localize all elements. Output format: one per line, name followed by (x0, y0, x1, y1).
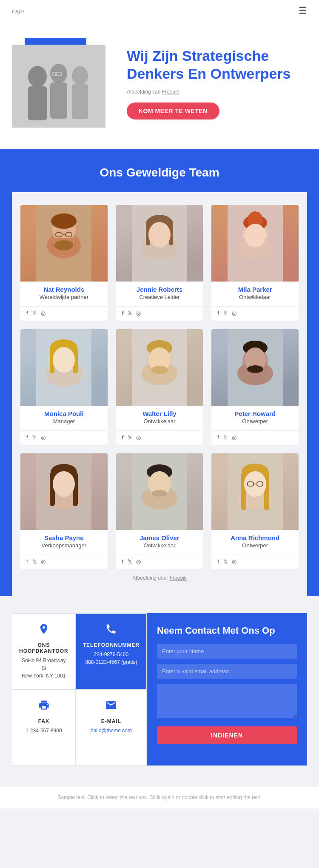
team-card: Peter Howard Ontwerper f 𝕏 ◎ (211, 329, 299, 445)
svg-point-52 (247, 365, 263, 373)
team-member-photo (20, 329, 108, 406)
team-member-name: James Oliver (122, 534, 197, 541)
facebook-icon[interactable]: f (122, 558, 124, 565)
team-member-info: Sasha Payne Verkoopsmanager (20, 530, 108, 555)
team-member-name: Mila Parker (217, 286, 293, 293)
instagram-icon[interactable]: ◎ (41, 434, 46, 441)
svg-point-59 (53, 471, 75, 497)
hero-photo (12, 45, 105, 128)
svg-point-65 (152, 490, 167, 497)
svg-rect-6 (72, 84, 88, 119)
team-member-role: Ontwikkelaar (122, 418, 197, 424)
team-member-role: Creatieve Leider (122, 294, 197, 300)
svg-point-46 (151, 366, 168, 374)
team-member-info: Walter Lilly Ontwikkelaar (116, 406, 203, 430)
hamburger-menu-icon[interactable]: ☰ (299, 5, 307, 16)
office-address: SoHo 94 Broadway StNew York, NY 1001 (19, 657, 68, 680)
team-member-role: Wereldwijde partner (26, 294, 102, 300)
facebook-icon[interactable]: f (217, 434, 219, 441)
footer: Sample text. Click to select the text bo… (0, 787, 319, 808)
svg-point-1 (28, 66, 47, 87)
location-icon (38, 623, 50, 638)
team-member-photo (211, 205, 299, 282)
contact-email-input[interactable] (157, 664, 297, 679)
twitter-icon[interactable]: 𝕏 (223, 310, 228, 316)
twitter-icon[interactable]: 𝕏 (32, 310, 37, 316)
team-section: Ons Geweldige Team (0, 149, 319, 596)
twitter-icon[interactable]: 𝕏 (223, 558, 228, 565)
contact-message-input[interactable] (157, 684, 297, 718)
team-card: Sasha Payne Verkoopsmanager f 𝕏 ◎ (20, 453, 108, 569)
fax-number: 1-234-567-8900 (26, 727, 62, 734)
contact-info-grid: ONS HOOFDKANTOOR SoHo 94 Broadway StNew … (12, 613, 147, 766)
header: logo ☰ (0, 0, 319, 21)
team-member-social: f 𝕏 ◎ (20, 555, 108, 569)
team-credit-link[interactable]: Freepik (170, 575, 187, 581)
contact-email-card: E-MAIL hallo@theme.com (76, 689, 147, 766)
team-title: Ons Geweldige Team (12, 166, 307, 179)
contact-office-card: ONS HOOFDKANTOOR SoHo 94 Broadway StNew … (12, 613, 76, 689)
team-member-social: f 𝕏 ◎ (116, 430, 203, 445)
twitter-icon[interactable]: 𝕏 (128, 310, 132, 316)
twitter-icon[interactable]: 𝕏 (32, 558, 37, 565)
instagram-icon[interactable]: ◎ (136, 310, 141, 316)
hero-cta-button[interactable]: KOM MEER TE WETEN (127, 102, 219, 120)
instagram-icon[interactable]: ◎ (232, 558, 236, 565)
svg-rect-4 (50, 83, 67, 119)
contact-form-wrap: Neem Contact Met Ons Op INDIENEN (147, 613, 307, 766)
team-member-name: Jennie Roberts (122, 286, 197, 293)
facebook-icon[interactable]: f (26, 434, 28, 441)
twitter-icon[interactable]: 𝕏 (223, 434, 228, 441)
team-member-role: Verkoopsmanager (26, 542, 102, 549)
contact-phone-card: TELEFOONNUMMER 234-9876-5400 888-0123-45… (76, 613, 147, 689)
instagram-icon[interactable]: ◎ (232, 434, 236, 441)
facebook-icon[interactable]: f (217, 310, 219, 316)
team-card: James Oliver Ontwikkelaar f 𝕏 ◎ (116, 453, 203, 569)
team-member-social: f 𝕏 ◎ (211, 430, 299, 445)
team-member-social: f 𝕏 ◎ (116, 555, 203, 569)
instagram-icon[interactable]: ◎ (232, 310, 236, 316)
instagram-icon[interactable]: ◎ (41, 310, 46, 316)
twitter-icon[interactable]: 𝕏 (128, 434, 132, 441)
team-member-role: Manager (26, 418, 102, 424)
team-member-social: f 𝕏 ◎ (116, 306, 203, 321)
team-member-role: Ontwerper (217, 542, 293, 549)
team-member-name: Nat Reynolds (26, 286, 102, 293)
facebook-icon[interactable]: f (217, 558, 219, 565)
instagram-icon[interactable]: ◎ (136, 434, 141, 441)
team-member-social: f 𝕏 ◎ (211, 555, 299, 569)
team-grid-wrap: Nat Reynolds Wereldwijde partner f 𝕏 ◎ (12, 192, 307, 596)
hero-team-photo (12, 45, 105, 128)
svg-rect-2 (28, 86, 47, 120)
hero-section: Wij Zijn Strategische Denkers En Ontwerp… (0, 21, 319, 149)
hero-credit-link[interactable]: Freepik (162, 89, 179, 95)
logo: logo (12, 7, 24, 14)
team-member-name: Monica Pouli (26, 410, 102, 417)
svg-rect-71 (264, 472, 269, 510)
team-member-social: f 𝕏 ◎ (20, 430, 108, 445)
contact-name-input[interactable] (157, 644, 297, 659)
twitter-icon[interactable]: 𝕏 (32, 434, 37, 441)
team-card: Walter Lilly Ontwikkelaar f 𝕏 ◎ (116, 329, 203, 445)
instagram-icon[interactable]: ◎ (41, 558, 46, 565)
team-credit: Afbeelding door Freepik (20, 569, 299, 583)
facebook-icon[interactable]: f (122, 310, 124, 316)
facebook-icon[interactable]: f (122, 434, 124, 441)
svg-point-5 (72, 66, 88, 85)
team-member-name: Sasha Payne (26, 534, 102, 541)
facebook-icon[interactable]: f (26, 558, 28, 565)
contact-section: ONS HOOFDKANTOOR SoHo 94 Broadway StNew … (0, 596, 319, 787)
team-member-info: Nat Reynolds Wereldwijde partner (20, 282, 108, 306)
team-member-photo (211, 453, 299, 530)
facebook-icon[interactable]: f (26, 310, 28, 316)
team-member-photo (116, 205, 203, 282)
email-address[interactable]: hallo@theme.com (91, 727, 132, 734)
instagram-icon[interactable]: ◎ (136, 558, 141, 565)
team-member-info: Mila Parker Ontwikkelaar (211, 282, 299, 306)
team-card: Monica Pouli Manager f 𝕏 ◎ (20, 329, 108, 445)
fax-title: FAX (38, 718, 49, 724)
twitter-icon[interactable]: 𝕏 (128, 558, 132, 565)
contact-submit-button[interactable]: INDIENEN (157, 726, 297, 744)
hero-image-wrap (12, 38, 114, 128)
team-member-photo (116, 329, 203, 406)
